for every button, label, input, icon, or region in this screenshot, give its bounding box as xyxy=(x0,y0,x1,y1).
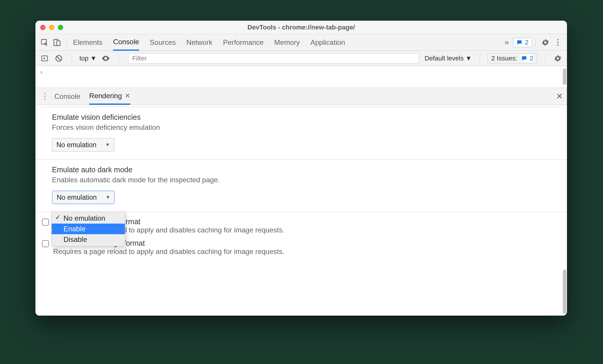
drawer-tabs: Console Rendering ✕ xyxy=(54,88,130,105)
option-desc-tail: oad to apply and disables caching for im… xyxy=(115,226,284,234)
separator xyxy=(535,38,536,47)
tab-console[interactable]: Console xyxy=(113,34,139,51)
close-icon[interactable]: ✕ xyxy=(125,92,130,100)
tab-performance[interactable]: Performance xyxy=(223,35,263,50)
option-no-emulation[interactable]: No emulation xyxy=(52,213,125,224)
console-prompt-icon: › xyxy=(40,68,43,76)
auto-dark-mode-options-popup: No emulation Enable Disable xyxy=(51,211,125,246)
option-description: Requires a page reload to apply and disa… xyxy=(53,247,284,256)
kebab-menu-icon[interactable]: ⋮ xyxy=(552,36,564,49)
section-description: Enables automatic dark mode for the insp… xyxy=(52,176,550,184)
drawer-tab-rendering-label: Rendering xyxy=(89,92,122,100)
log-levels-selector[interactable]: Default levels ▼ xyxy=(425,55,472,62)
option-disable[interactable]: Disable xyxy=(52,234,125,245)
chevron-down-icon: ▼ xyxy=(90,55,97,62)
message-icon xyxy=(521,55,527,62)
chevron-down-icon: ▼ xyxy=(465,55,472,62)
select-value: No emulation xyxy=(57,194,97,201)
chevron-down-icon: ▼ xyxy=(105,142,110,147)
inspect-element-icon[interactable] xyxy=(38,36,51,49)
more-tabs-overflow-icon[interactable]: » xyxy=(501,36,513,49)
option-enable[interactable]: Enable xyxy=(52,224,125,234)
drawer-tab-console[interactable]: Console xyxy=(54,89,80,104)
drawer-tabbar: ⋮ Console Rendering ✕ ✕ xyxy=(35,88,567,105)
console-filter-input[interactable] xyxy=(128,53,418,64)
tab-memory[interactable]: Memory xyxy=(274,35,300,50)
separator xyxy=(67,38,67,47)
vision-deficiency-select[interactable]: No emulation ▼ xyxy=(52,138,114,152)
drawer-tab-rendering[interactable]: Rendering ✕ xyxy=(89,88,130,105)
console-messages-count[interactable]: 2 xyxy=(513,38,532,47)
window-title: DevTools - chrome://new-tab-page/ xyxy=(35,24,567,31)
auto-dark-mode-select[interactable]: No emulation ▼ xyxy=(52,191,115,204)
device-toolbar-icon[interactable] xyxy=(51,36,63,49)
clear-console-icon[interactable] xyxy=(54,53,64,63)
section-vision-deficiencies: Emulate vision deficiencies Forces visio… xyxy=(35,107,567,159)
message-icon xyxy=(516,39,523,46)
separator xyxy=(71,54,72,63)
main-tabs: Elements Console Sources Network Perform… xyxy=(73,34,345,51)
live-expression-eye-icon[interactable] xyxy=(101,53,111,63)
tab-network[interactable]: Network xyxy=(186,35,212,50)
issues-count-value: 2 xyxy=(530,55,533,62)
checkbox-disable-webp[interactable] xyxy=(42,240,49,247)
tab-elements[interactable]: Elements xyxy=(73,35,102,50)
drawer-more-icon[interactable]: ⋮ xyxy=(40,92,50,101)
chevron-down-icon: ▼ xyxy=(106,195,110,200)
settings-gear-icon[interactable] xyxy=(539,36,552,49)
select-value: No emulation xyxy=(56,141,97,149)
close-drawer-icon[interactable]: ✕ xyxy=(556,91,563,101)
tab-application[interactable]: Application xyxy=(310,35,345,50)
checkbox-disable-avif[interactable] xyxy=(42,219,49,226)
scrollbar-thumb[interactable] xyxy=(563,68,566,85)
tab-sources[interactable]: Sources xyxy=(150,35,176,50)
execution-context-selector[interactable]: top ▼ xyxy=(79,55,97,62)
section-description: Forces vision deficiency emulation xyxy=(52,123,550,132)
console-subbar: top ▼ Default levels ▼ 2 Issues: 2 xyxy=(35,51,567,66)
separator xyxy=(480,54,480,63)
console-sidebar-toggle-icon[interactable] xyxy=(40,53,50,63)
separator xyxy=(545,54,545,63)
section-auto-dark-mode: Emulate auto dark mode Enables automatic… xyxy=(35,160,567,212)
issues-label: 2 Issues: xyxy=(491,55,517,62)
scrollbar-thumb[interactable] xyxy=(563,270,566,314)
section-title: Emulate auto dark mode xyxy=(52,165,550,174)
separator xyxy=(118,54,119,63)
console-output[interactable]: › xyxy=(35,66,567,88)
titlebar: DevTools - chrome://new-tab-page/ xyxy=(35,21,567,34)
section-title: Emulate vision deficiencies xyxy=(52,113,550,122)
issues-button[interactable]: 2 Issues: 2 xyxy=(488,53,537,63)
messages-count-value: 2 xyxy=(525,39,529,46)
context-value: top xyxy=(79,55,89,62)
levels-value: Default levels xyxy=(425,55,464,62)
devtools-window: DevTools - chrome://new-tab-page/ Elemen… xyxy=(35,21,567,316)
main-toolbar: Elements Console Sources Network Perform… xyxy=(35,34,567,51)
rendering-panel: Emulate vision deficiencies Forces visio… xyxy=(35,105,567,316)
console-settings-gear-icon[interactable] xyxy=(553,53,563,63)
svg-rect-2 xyxy=(57,41,60,45)
